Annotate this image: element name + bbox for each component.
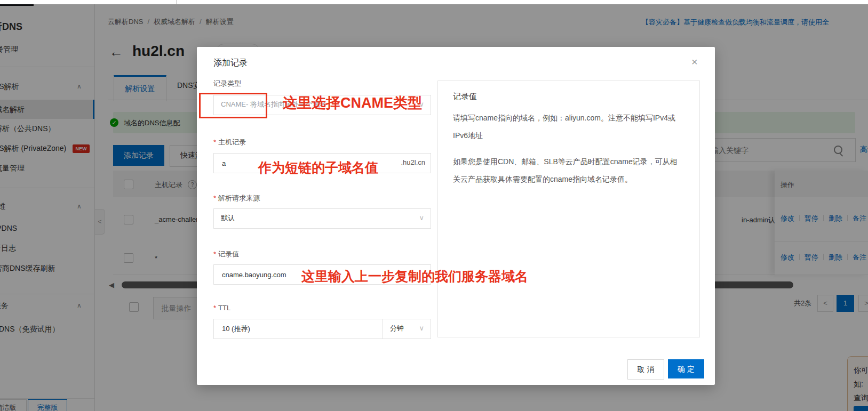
required-mark: * — [213, 138, 216, 146]
aliyun-dns-console: 云解析DNS 套餐管理 公网DNS解析 ∧ 域名解析 递归解析（公共DNS） 内… — [0, 0, 868, 411]
annotation-host: 作为短链的子域名值 — [258, 159, 378, 176]
annotation-record-type: 这里选择CNAME类型 — [283, 93, 422, 112]
record-value-label: *记录值 — [213, 249, 239, 259]
confirm-button[interactable]: 确 定 — [668, 359, 704, 378]
ttl-label: *TTL — [213, 304, 230, 312]
dns-line-value: 默认 — [221, 209, 235, 227]
modal-title: 添加记录 — [213, 58, 248, 69]
browser-top-strip — [0, 0, 868, 4]
host-record-label: *主机记录 — [213, 138, 246, 147]
top-strip-divider — [176, 0, 177, 4]
record-type-label: 记录类型 — [213, 79, 241, 88]
close-icon[interactable]: × — [691, 57, 698, 67]
host-record-suffix: .hu2l.cn — [401, 154, 425, 172]
ttl-unit-select[interactable]: 分钟 ∨ — [383, 319, 431, 339]
dns-line-select[interactable]: 默认 ∨ — [213, 208, 431, 229]
chevron-down-icon: ∨ — [419, 209, 424, 227]
chevron-down-icon: ∨ — [419, 319, 424, 337]
help-panel-title: 记录值 — [453, 92, 683, 102]
ttl-unit-value: 分钟 — [390, 319, 404, 337]
ttl-field — [213, 319, 384, 339]
ttl-input[interactable] — [221, 319, 383, 339]
dns-line-label: *解析请求来源 — [213, 194, 260, 203]
annotation-highlight-box — [199, 93, 267, 118]
help-paragraph: 请填写cname指向的域名，例如：aliyun.com。注意不能填写IPv4或I… — [453, 109, 683, 144]
required-mark: * — [213, 304, 216, 312]
required-mark: * — [213, 194, 216, 202]
cancel-button[interactable]: 取 消 — [627, 359, 664, 380]
help-paragraph: 如果您是使用CDN、邮箱、SLB等云产品时配置cname记录，可从相关云产品获取… — [453, 153, 683, 188]
record-value-help-panel: 记录值 请填写cname指向的域名，例如：aliyun.com。注意不能填写IP… — [437, 80, 700, 337]
annotation-record-value: 这里输入上一步复制的我们服务器域名 — [301, 268, 528, 285]
required-mark: * — [213, 250, 216, 258]
